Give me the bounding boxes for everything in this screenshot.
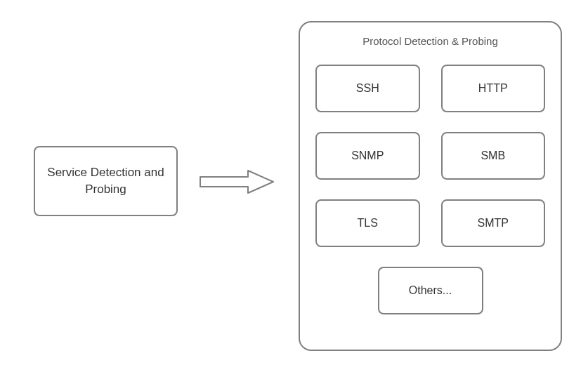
protocol-box-smtp: SMTP <box>441 199 546 247</box>
protocol-box-others: Others... <box>378 267 483 314</box>
protocol-grid: SSH HTTP SNMP SMB TLS SMTP <box>315 65 545 247</box>
protocol-label: SMTP <box>478 217 509 230</box>
service-detection-box: Service Detection and Probing <box>34 146 178 216</box>
container-title: Protocol Detection & Probing <box>315 35 545 47</box>
arrow-right-icon <box>199 168 276 195</box>
protocol-box-smb: SMB <box>441 132 546 180</box>
others-row: Others... <box>315 267 545 314</box>
protocol-label: TLS <box>358 217 378 230</box>
protocol-label: Others... <box>409 284 452 297</box>
protocol-label: HTTP <box>478 82 508 95</box>
protocol-box-tls: TLS <box>315 199 420 247</box>
protocol-box-snmp: SNMP <box>315 132 420 180</box>
protocol-detection-container: Protocol Detection & Probing SSH HTTP SN… <box>299 21 562 351</box>
protocol-box-ssh: SSH <box>315 65 420 112</box>
protocol-label: SMB <box>481 150 505 162</box>
protocol-box-http: HTTP <box>441 65 546 112</box>
protocol-label: SNMP <box>351 150 384 162</box>
protocol-label: SSH <box>356 82 379 95</box>
service-detection-label: Service Detection and Probing <box>42 164 169 198</box>
